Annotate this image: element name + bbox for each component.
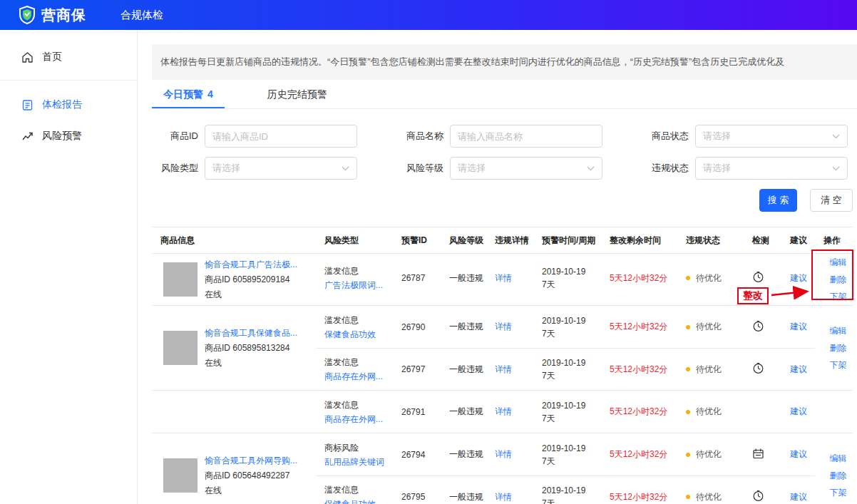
delete-link[interactable]: 删除 (830, 271, 847, 288)
edit-link[interactable]: 编辑 (830, 450, 847, 467)
topnav-compliance-check[interactable]: 合规体检 (120, 9, 163, 22)
risk-level: 一般违规 (441, 364, 486, 376)
offline-link[interactable]: 下架 (830, 356, 847, 374)
header-violation-detail: 违规详情 (486, 235, 533, 247)
header-remaining-time: 整改剩余时间 (601, 235, 677, 247)
risk-type-text: 滥发信息 (324, 483, 393, 497)
clock-icon[interactable] (752, 362, 764, 374)
product-status-select[interactable]: 请选择 (695, 125, 848, 148)
offline-link[interactable]: 下架 (830, 484, 847, 501)
detail-link[interactable]: 详情 (495, 322, 512, 331)
tab-history-warning[interactable]: 历史完结预警 (256, 81, 339, 108)
tab-label: 今日预警 (163, 88, 203, 100)
risk-level: 一般违规 (441, 448, 486, 461)
sidebar-item-label: 风险预警 (42, 130, 82, 143)
status-text: 待优化 (696, 448, 722, 461)
warn-id: 26795 (393, 492, 441, 502)
chevron-down-icon (832, 134, 840, 139)
detail-link[interactable]: 详情 (495, 449, 512, 459)
risk-level: 一般违规 (441, 491, 486, 503)
warn-period: 7天 (542, 278, 601, 291)
brand: 营商保 (19, 6, 86, 25)
detail-link[interactable]: 详情 (495, 406, 512, 416)
detail-link[interactable]: 详情 (495, 273, 512, 283)
product-title-link[interactable]: 愉音合规工具广告法极... (205, 257, 297, 272)
violation-status-select[interactable]: 请选择 (695, 157, 848, 180)
risk-detail-link[interactable]: 乱用品牌关键词 (324, 455, 393, 469)
table-row: 滥发信息 商品存在外网... 26791 一般违规 详情 2019-10-19 … (316, 391, 815, 433)
tab-label: 历史完结预警 (267, 88, 327, 100)
product-title-link[interactable]: 愉音合规工具外网导购... (205, 453, 297, 468)
suggest-link[interactable]: 建议 (790, 273, 807, 283)
risk-level: 一般违规 (441, 272, 486, 284)
detail-link[interactable]: 详情 (495, 364, 512, 374)
risk-type-text: 商标风险 (324, 441, 393, 455)
sidebar-item-home[interactable]: 首页 (0, 41, 137, 73)
header-violation-status: 违规状态 (677, 235, 744, 247)
warn-date: 2019-10-19 (542, 356, 601, 369)
sidebar-item-risk-warning[interactable]: 风险预警 (0, 120, 137, 152)
risk-detail-link[interactable]: 保健食品功效 (324, 497, 393, 504)
action-cell-empty (815, 391, 853, 433)
header-product-info: 商品信息 (152, 235, 316, 247)
filter-label-violation-status: 违规状态 (602, 162, 689, 175)
product-thumbnail (163, 458, 197, 493)
table-group: 滥发信息 商品存在外网... 26791 一般违规 详情 2019-10-19 … (152, 391, 853, 433)
remaining-time: 5天12小时32分 (601, 272, 677, 284)
risk-type-text: 滥发信息 (324, 355, 393, 369)
edit-link[interactable]: 编辑 (830, 254, 847, 271)
header-detect: 检测 (744, 235, 781, 247)
header-suggest: 建议 (781, 235, 815, 247)
status-text: 待优化 (696, 491, 722, 503)
brand-name: 营商保 (41, 6, 86, 25)
suggest-link[interactable]: 建议 (790, 492, 807, 502)
warn-id: 26794 (393, 450, 441, 460)
clock-icon[interactable] (752, 490, 764, 502)
sidebar-item-health-report[interactable]: 体检报告 (0, 89, 137, 120)
clock-icon[interactable] (752, 271, 764, 283)
product-status-text: 在线 (205, 287, 297, 302)
detail-link[interactable]: 详情 (495, 492, 512, 502)
home-icon (21, 51, 34, 63)
risk-type-select[interactable]: 请选择 (205, 157, 357, 180)
risk-detail-link[interactable]: 商品存在外网... (324, 369, 393, 384)
calendar-icon[interactable] (752, 448, 764, 460)
header-risk-type: 风险类型 (316, 235, 393, 247)
remaining-time: 5天12小时32分 (601, 321, 677, 333)
status-text: 待优化 (696, 406, 722, 418)
remaining-time: 5天12小时32分 (601, 491, 677, 503)
product-name-input[interactable] (450, 125, 602, 148)
edit-link[interactable]: 编辑 (830, 322, 847, 339)
risk-level-select[interactable]: 请选择 (450, 157, 602, 180)
delete-link[interactable]: 删除 (830, 467, 847, 484)
search-button[interactable]: 搜 索 (759, 189, 797, 212)
action-cell: 编辑 删除 下架 (815, 254, 853, 305)
chevron-down-icon (342, 166, 349, 171)
table-header: 商品信息 风险类型 预警ID 风险等级 违规详情 预警时间/周期 整改剩余时间 … (152, 227, 853, 254)
suggest-link[interactable]: 建议 (790, 406, 807, 416)
top-bar: 营商保 合规体检 (0, 0, 857, 30)
clock-icon[interactable] (752, 320, 764, 332)
status-dot (686, 495, 690, 499)
product-cell: 愉音合规工具广告法极... 商品ID 605895209184 在线 (152, 254, 316, 305)
sidebar-divider (0, 80, 137, 81)
offline-link[interactable]: 下架 (830, 288, 847, 305)
risk-detail-link[interactable]: 广告法极限词... (324, 278, 393, 292)
product-id-text: 商品ID 605895209184 (205, 272, 297, 287)
product-title-link[interactable]: 愉音合规工具保健食品... (205, 326, 297, 341)
remaining-time: 5天12小时32分 (601, 364, 677, 376)
clear-button[interactable]: 清 空 (810, 189, 853, 212)
tab-today-warning[interactable]: 今日预警4 (152, 81, 225, 108)
product-id-input[interactable] (205, 125, 357, 148)
delete-link[interactable]: 删除 (830, 339, 847, 356)
suggest-link[interactable]: 建议 (790, 322, 807, 331)
suggest-link[interactable]: 建议 (790, 449, 807, 459)
sidebar-item-label: 首页 (42, 51, 62, 63)
suggest-link[interactable]: 建议 (790, 364, 807, 374)
product-thumbnail (163, 331, 197, 365)
risk-detail-link[interactable]: 商品存在外网... (324, 412, 393, 426)
report-icon (21, 99, 34, 111)
risk-detail-link[interactable]: 保健食品功效 (324, 327, 393, 341)
risk-type-text: 滥发信息 (324, 313, 393, 327)
compliance-check-page: 营商保 合规体检 首页 体检报告 风险预警 (0, 0, 857, 504)
